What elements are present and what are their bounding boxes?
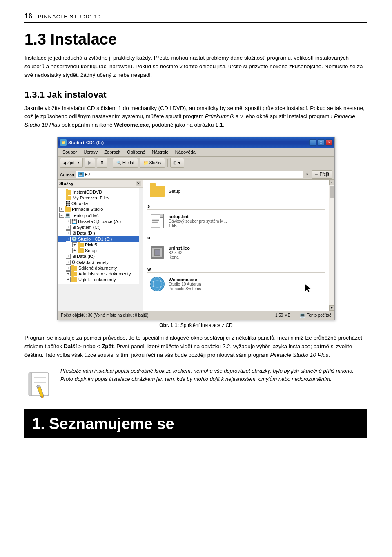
tree-item-label: Studio+ CD1 (E:) (78, 237, 112, 242)
figure-caption: Obr. 1.1: Spuštění instalace z CD (24, 322, 368, 328)
address-input[interactable]: 💻 E:\ (76, 171, 303, 178)
right-scrollbar[interactable]: ▲ ▼ (329, 180, 334, 311)
tree-item-pixie5[interactable]: + Pixie5 (58, 242, 139, 248)
page-header-title: Pinnacle Studio 10 (38, 13, 101, 20)
expander-icon[interactable]: + (66, 219, 71, 224)
tree-item-label: Setup (85, 248, 97, 253)
svg-rect-17 (29, 373, 32, 396)
maximize-button[interactable]: □ (317, 139, 325, 146)
svg-rect-5 (152, 220, 159, 221)
tree-item-ugluk-docs[interactable]: + Ugluk - dokumenty (58, 277, 139, 282)
go-label: Přejít (320, 172, 329, 177)
folders-button[interactable]: 📁 Složky (140, 158, 165, 168)
go-arrow-icon: → (314, 172, 318, 177)
page-number-bar: 16 Pinnacle Studio 10 (24, 12, 368, 23)
status-right-text: Tento počítač (307, 313, 331, 318)
tree-item-label: Obrázky (71, 201, 88, 206)
views-button[interactable]: ⊞ ▼ (170, 158, 184, 168)
notepad-icon-svg (27, 369, 52, 398)
tree-item-studio-cd[interactable]: + 💿 Studio+ CD1 (E:) (58, 236, 139, 242)
tree-item-shared-docs[interactable]: + Sdílené dokumenty (58, 265, 139, 271)
welcome-exe-icon-container (149, 276, 165, 292)
note-box: Přestože vám instalaci popíši podrobně k… (24, 367, 368, 400)
tree-item-computer[interactable]: − 💻 Tento počítač (58, 212, 139, 218)
up-button[interactable]: ⬆ (97, 158, 107, 168)
tree-item-floppy[interactable]: + 💾 Disketa 3,5 palce (A:) (58, 218, 139, 224)
back-button[interactable]: ◀ Zpět ▼ (60, 158, 83, 168)
expander-icon[interactable]: + (66, 237, 71, 242)
tree-header: Složky ✕ (58, 180, 143, 188)
folder-tree[interactable]: InstantCDDVD My Received Files 🖼 Obrázky… (58, 188, 139, 284)
tree-item-admin-docs[interactable]: + Administrator - dokumenty (58, 271, 139, 277)
scroll-thumb[interactable] (330, 186, 334, 198)
setup-bat-item[interactable]: setup.bat Dávkový soubor pro systém M...… (147, 211, 325, 231)
file-list[interactable]: Setup s (143, 180, 329, 311)
tree-item-label: Sdílené dokumenty (78, 266, 117, 271)
status-left-text: Počet objektů: 36 (Volné místo na disku:… (61, 313, 267, 318)
tree-item-received-files[interactable]: My Received Files (58, 195, 139, 201)
section-paragraph1: Jakmile vložíte instalační CD s číslem 1… (24, 104, 368, 130)
tree-item-pinnacle[interactable]: + Pinnacle Studio (58, 206, 139, 212)
tree-close-button[interactable]: ✕ (136, 181, 141, 186)
menu-oblibene[interactable]: Oblíbené (124, 149, 149, 155)
af-text1b: > nebo < (77, 343, 102, 349)
tree-item-data-k[interactable]: + 🖥 Data (K:) (58, 253, 139, 259)
expander-icon[interactable]: + (66, 230, 71, 235)
menu-nastroje[interactable]: Nástroje (149, 149, 172, 155)
tree-item-label: Disketa 3,5 palce (A:) (78, 219, 121, 224)
folder-tree-panel: Složky ✕ InstantCDDVD My Received Files (58, 180, 143, 311)
expander-icon[interactable]: + (72, 242, 77, 247)
exe-file-icon (150, 277, 165, 291)
folder-icon (78, 243, 84, 247)
go-button[interactable]: → Přejít (312, 170, 332, 179)
minimize-button[interactable]: ─ (309, 139, 316, 146)
folder-icon (71, 277, 77, 282)
page-number: 16 (24, 12, 32, 20)
close-button[interactable]: ✕ (325, 139, 333, 146)
uninst-ico-type: Ikona (169, 255, 190, 259)
setup-folder-item[interactable]: Setup (147, 183, 325, 199)
svg-rect-4 (152, 219, 159, 220)
titlebar-buttons: ─ □ ✕ (309, 139, 333, 146)
folders-label: Složky (149, 161, 161, 165)
tree-item-obrazky[interactable]: 🖼 Obrázky (58, 201, 139, 206)
expander-icon[interactable]: + (66, 277, 71, 282)
folder-icon (71, 266, 77, 271)
forward-button[interactable]: ▶ (85, 158, 95, 168)
scroll-up-arrow[interactable]: ▲ (329, 180, 334, 185)
address-dropdown-icon[interactable]: ▼ (305, 172, 310, 177)
tree-item-data-d[interactable]: + 🖥 Data (D:) (58, 230, 139, 236)
explorer-window-icon: 📁 (60, 139, 67, 146)
expander-icon[interactable]: + (66, 266, 71, 271)
menu-zobrazit[interactable]: Zobrazit (101, 149, 124, 155)
expander-icon[interactable]: + (59, 207, 64, 212)
bat-file-icon (151, 214, 164, 228)
note-text-content: Přestože vám instalaci popíši podrobně k… (60, 367, 368, 400)
menu-napoveda[interactable]: Nápověda (172, 149, 199, 155)
setup-bat-desc: Dávkový soubor pro systém M... (169, 219, 227, 224)
expander-icon[interactable]: + (66, 260, 71, 265)
toolbar-sep1 (110, 159, 110, 167)
drive-c-icon: 🖥 (71, 225, 76, 230)
expander-icon[interactable]: − (59, 213, 64, 218)
up-arrow-icon: ⬆ (100, 160, 104, 166)
section-para-text1d: , podobně jako na obrázku 1.1. (149, 122, 224, 128)
tree-item-system-c[interactable]: + 🖥 System (C:) (58, 224, 139, 230)
expander-icon[interactable]: + (72, 248, 77, 253)
tree-item-control-panel[interactable]: + ⚙ Ovládací panely (58, 259, 139, 265)
scroll-down-arrow[interactable]: ▼ (329, 305, 334, 311)
expander-icon[interactable]: + (66, 254, 71, 259)
ico-icon-svg (151, 246, 164, 259)
menu-soubor[interactable]: Soubor (59, 149, 80, 155)
search-button[interactable]: 🔍 Hledat (113, 158, 138, 168)
expander-icon[interactable]: + (66, 271, 71, 276)
tree-item-label: My Received Files (73, 195, 109, 200)
tree-item-instantcddvd[interactable]: InstantCDDVD (58, 189, 139, 195)
welcome-exe-item[interactable]: Welcome.exe Studio 10 Autorun Pinnacle S… (147, 274, 325, 294)
expander-icon[interactable]: + (66, 225, 71, 230)
setup-folder-icon-container (149, 185, 165, 198)
explorer-addressbar: Adresa 💻 E:\ ▼ → Přejít (58, 169, 334, 180)
menu-upravy[interactable]: Úpravy (80, 149, 101, 155)
tree-item-setup[interactable]: + Setup (58, 248, 139, 253)
uninst-ico-item[interactable]: uninst.ico 32 × 32 Ikona (147, 243, 325, 262)
